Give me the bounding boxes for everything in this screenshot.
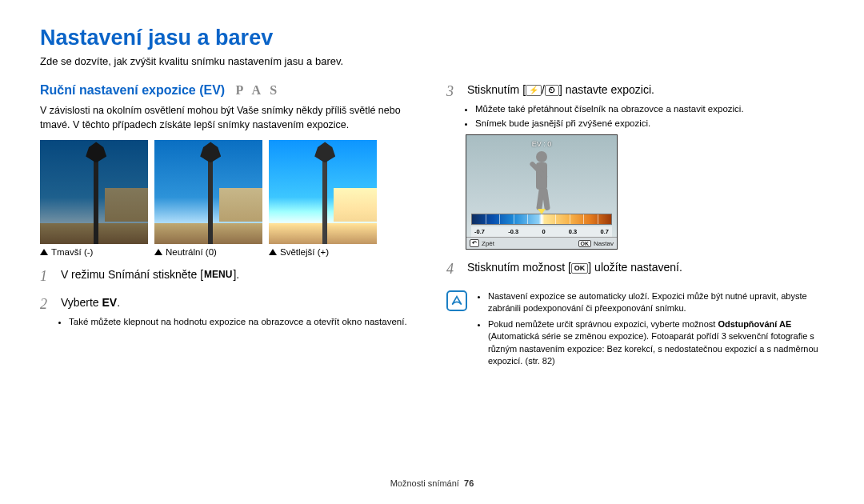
timer-key-icon: ⏲ bbox=[545, 85, 559, 96]
step-2: 2 Vyberte EV. bbox=[40, 296, 418, 313]
step-text: Stisknutím možnost [OK] uložíte nastaven… bbox=[467, 261, 682, 274]
step3-post: ] nastavte expozici. bbox=[559, 83, 654, 96]
step-2-notes: Také můžete klepnout na hodnotu expozice… bbox=[69, 316, 418, 329]
step2-post: . bbox=[117, 296, 120, 309]
back-label: Zpět bbox=[482, 240, 494, 247]
ok-key-icon-inline: OK bbox=[571, 263, 589, 274]
page-footer: Možnosti snímání 76 bbox=[0, 478, 864, 488]
thumb-image bbox=[269, 140, 377, 244]
tick-val: 0.3 bbox=[569, 228, 577, 235]
right-column: 3 Stisknutím [⚡/⏲] nastavte expozici. Mů… bbox=[446, 83, 824, 370]
flash-key-icon: ⚡ bbox=[526, 85, 542, 96]
ok-key-icon: OK bbox=[578, 240, 592, 247]
step-text: V režimu Snímání stiskněte [MENU]. bbox=[61, 268, 239, 281]
triangle-up-icon bbox=[154, 249, 162, 255]
step3-pre: Stisknutím [ bbox=[467, 83, 526, 96]
note-item: Nastavení expozice se automaticky uloží.… bbox=[488, 290, 824, 315]
step-3-notes: Můžete také přetáhnout číselník na obraz… bbox=[475, 103, 824, 130]
step4-pre: Stisknutím možnost [ bbox=[467, 261, 571, 274]
back-group: ↶ Zpět bbox=[470, 239, 494, 247]
note2bold: Odstupňování AE bbox=[718, 319, 791, 329]
intro-text: Zde se dozvíte, jak zvýšit kvalitu snímk… bbox=[40, 55, 824, 67]
thumb-neutral: Neutrální (0) bbox=[154, 140, 262, 257]
step-1: 1 V režimu Snímání stiskněte [MENU]. bbox=[40, 268, 418, 285]
step-4: 4 Stisknutím možnost [OK] uložíte nastav… bbox=[446, 261, 824, 278]
thumb-darker: Tmavší (-) bbox=[40, 140, 148, 257]
ok-group: OK Nastav bbox=[578, 239, 614, 247]
step-text: Vyberte EV. bbox=[61, 296, 120, 309]
caption-text: Tmavší (-) bbox=[51, 247, 93, 257]
note2a: Pokud nemůžete určit správnou expozici, … bbox=[488, 319, 718, 329]
note-icon bbox=[446, 290, 467, 311]
step-number: 1 bbox=[40, 268, 58, 285]
section-subhead: Ruční nastavení expozice (EV) P A S bbox=[40, 83, 418, 98]
bullet-item: Také můžete klepnout na hodnotu expozice… bbox=[69, 316, 418, 329]
step1-post: ]. bbox=[233, 268, 239, 281]
two-column-layout: Ruční nastavení expozice (EV) P A S V zá… bbox=[40, 83, 824, 370]
step-text: Stisknutím [⚡/⏲] nastavte expozici. bbox=[467, 83, 654, 96]
camera-screen-mock: EV : 0 -0.7 -0.3 0 0.3 0.7 ↶ Zpět bbox=[466, 134, 618, 250]
thumb-image bbox=[154, 140, 262, 244]
step-3: 3 Stisknutím [⚡/⏲] nastavte expozici. bbox=[446, 83, 824, 100]
footer-section: Možnosti snímání bbox=[390, 478, 459, 488]
footer-page-number: 76 bbox=[464, 478, 474, 488]
bullet-item: Snímek bude jasnější při zvýšené expozic… bbox=[475, 118, 824, 130]
thumb-lighter: Světlejší (+) bbox=[269, 140, 377, 257]
step1-pre: V režimu Snímání stiskněte [ bbox=[61, 268, 203, 281]
step-number: 2 bbox=[40, 296, 58, 313]
screen-bottom-bar: ↶ Zpět OK Nastav bbox=[466, 237, 617, 249]
slider-pointer-icon bbox=[538, 209, 546, 214]
thumb-caption: Neutrální (0) bbox=[154, 247, 262, 257]
thumb-caption: Světlejší (+) bbox=[269, 247, 377, 257]
caption-text: Světlejší (+) bbox=[280, 247, 329, 257]
step2-bold: EV bbox=[102, 296, 118, 309]
mode-indicators: P A S bbox=[236, 83, 281, 97]
step2-pre: Vyberte bbox=[61, 296, 102, 309]
silhouette-icon bbox=[523, 151, 560, 214]
subhead-text: Ruční nastavení expozice (EV) bbox=[40, 83, 225, 97]
section-description: V závislosti na okolním osvětlení mohou … bbox=[40, 104, 418, 132]
example-thumbnails: Tmavší (-) Neutrální (0) Světlejší ( bbox=[40, 140, 418, 257]
thumb-caption: Tmavší (-) bbox=[40, 247, 148, 257]
ev-slider bbox=[471, 214, 612, 225]
tick-val: 0.7 bbox=[601, 228, 609, 235]
note2b: (Automatická série se změnou expozice). … bbox=[488, 331, 818, 366]
page-title: Nastavení jasu a barev bbox=[40, 26, 824, 50]
left-column: Ruční nastavení expozice (EV) P A S V zá… bbox=[40, 83, 418, 370]
triangle-up-icon bbox=[40, 249, 48, 255]
ev-value-label: EV : 0 bbox=[466, 140, 617, 148]
thumb-image bbox=[40, 140, 148, 244]
ev-tick-values: -0.7 -0.3 0 0.3 0.7 bbox=[471, 226, 612, 237]
set-label: Nastav bbox=[594, 240, 614, 247]
note-item: Pokud nemůžete určit správnou expozici, … bbox=[488, 318, 824, 368]
caption-text: Neutrální (0) bbox=[166, 247, 217, 257]
menu-key-icon: MENU bbox=[203, 270, 233, 279]
step4-post: ] uložíte nastavení. bbox=[588, 261, 682, 274]
step-number: 3 bbox=[446, 83, 464, 100]
tick-val: -0.7 bbox=[474, 228, 485, 235]
tick-val: 0 bbox=[542, 228, 545, 235]
tick-val: -0.3 bbox=[508, 228, 518, 235]
step-number: 4 bbox=[446, 261, 464, 278]
note-list: Nastavení expozice se automaticky uloží.… bbox=[475, 290, 824, 370]
triangle-up-icon bbox=[269, 249, 277, 255]
bullet-item: Můžete také přetáhnout číselník na obraz… bbox=[475, 103, 824, 116]
note-box: Nastavení expozice se automaticky uloží.… bbox=[446, 290, 824, 370]
back-arrow-icon: ↶ bbox=[470, 239, 479, 247]
